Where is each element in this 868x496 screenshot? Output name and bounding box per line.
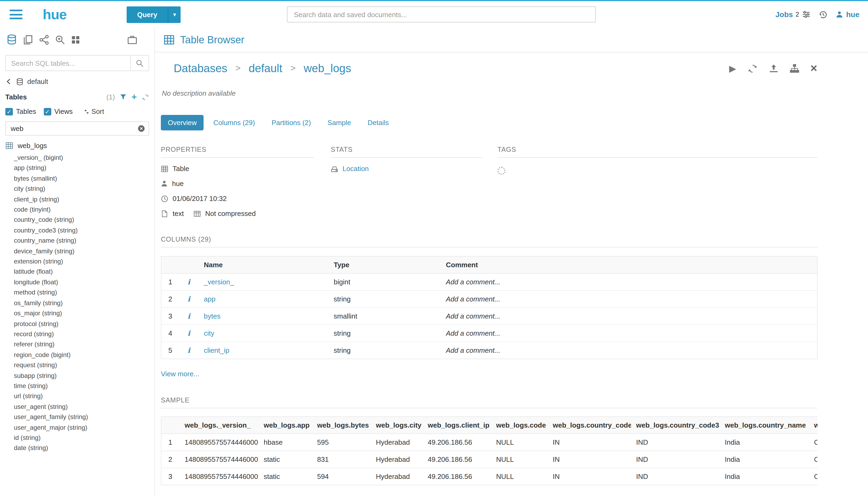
sidebar-column-item[interactable]: user_agent (string) xyxy=(14,402,152,412)
clear-filter-icon[interactable] xyxy=(137,125,145,133)
sidebar-column-item[interactable]: extension (string) xyxy=(14,257,152,267)
sidebar-column-item[interactable]: protocol (string) xyxy=(14,319,152,329)
sidebar-column-item[interactable]: user_agent_family (string) xyxy=(14,412,152,422)
breadcrumb-item-default[interactable]: default xyxy=(249,62,282,75)
columns-section-header: COLUMNS (29) xyxy=(161,236,817,247)
sidebar-column-item[interactable]: longitude (float) xyxy=(14,277,152,288)
view-more-link[interactable]: View more... xyxy=(161,370,199,378)
column-name-link[interactable]: _version_ xyxy=(204,278,234,286)
hue-logo[interactable]: hue xyxy=(43,6,66,23)
info-icon[interactable]: i xyxy=(188,312,190,320)
column-comment[interactable]: Add a comment... xyxy=(441,342,817,359)
sidebar-column-item[interactable]: city (string) xyxy=(14,184,152,194)
sidebar-column-item[interactable]: date (string) xyxy=(14,443,152,454)
sample-cell: O xyxy=(809,451,817,468)
sliders-icon[interactable] xyxy=(802,10,810,19)
sidebar-column-item[interactable]: region_code (bigint) xyxy=(14,350,152,360)
info-icon[interactable]: i xyxy=(188,346,190,354)
table-description[interactable]: No description available xyxy=(162,89,817,97)
jobs-link[interactable]: Jobs 2 xyxy=(775,10,810,19)
query-button-group: Query ▾ xyxy=(126,6,180,23)
sidebar-column-item[interactable]: os_family (string) xyxy=(14,298,152,308)
sidebar-column-item[interactable]: country_code3 (string) xyxy=(14,226,152,236)
close-icon[interactable]: × xyxy=(810,63,817,74)
column-name-cell: app xyxy=(199,291,328,308)
query-button[interactable]: Query xyxy=(126,6,168,23)
sidebar-column-item[interactable]: url (string) xyxy=(14,391,152,402)
database-name: default xyxy=(27,78,48,86)
info-cell: i xyxy=(179,308,199,325)
history-icon[interactable] xyxy=(818,10,827,19)
refresh-icon[interactable] xyxy=(747,63,757,74)
documents-icon[interactable] xyxy=(23,34,33,45)
breadcrumb-item-web_logs[interactable]: web_logs xyxy=(304,62,351,75)
sort-toggle[interactable]: Sort xyxy=(83,107,104,115)
tab-details[interactable]: Details xyxy=(361,115,396,130)
row-number: 4 xyxy=(161,325,179,342)
global-search-input[interactable] xyxy=(287,6,596,22)
sidebar-column-item[interactable]: id (string) xyxy=(14,433,152,443)
info-icon[interactable]: i xyxy=(188,329,190,337)
tab-columns-29[interactable]: Columns (29) xyxy=(206,115,262,130)
sidebar-column-item[interactable]: _version_ (bigint) xyxy=(14,153,152,163)
database-breadcrumb[interactable]: default xyxy=(0,71,154,89)
tab-partitions-2[interactable]: Partitions (2) xyxy=(265,115,318,130)
column-comment[interactable]: Add a comment... xyxy=(441,274,817,291)
sidebar-column-item[interactable]: latitude (float) xyxy=(14,267,152,277)
briefcase-icon[interactable] xyxy=(127,34,137,45)
views-checkbox[interactable]: ✓ xyxy=(44,108,51,115)
user-menu[interactable]: hue xyxy=(835,10,859,19)
sidebar-column-item[interactable]: code (tinyint) xyxy=(14,205,152,215)
upload-icon[interactable] xyxy=(769,64,778,73)
sample-column-header: web_logs.bytes xyxy=(312,417,370,434)
sidebar-column-item[interactable]: record (string) xyxy=(14,329,152,340)
sidebar-column-item[interactable]: request (string) xyxy=(14,360,152,371)
info-icon[interactable]: i xyxy=(188,295,190,303)
query-table-icon[interactable]: ▶ xyxy=(729,63,736,74)
sidebar-column-item[interactable]: bytes (smallint) xyxy=(14,174,152,184)
column-name-link[interactable]: client_ip xyxy=(204,346,229,354)
sidebar-column-item[interactable]: os_major (string) xyxy=(14,308,152,319)
tab-sample[interactable]: Sample xyxy=(320,115,358,130)
add-table-icon[interactable]: + xyxy=(131,92,137,102)
column-name-link[interactable]: city xyxy=(204,329,214,337)
apps-grid-icon[interactable] xyxy=(71,35,80,44)
tables-checkbox[interactable]: ✓ xyxy=(5,108,13,115)
hamburger-menu-icon[interactable] xyxy=(10,10,22,19)
sidebar-table-web-logs[interactable]: web_logs xyxy=(0,137,154,151)
search-plus-icon[interactable] xyxy=(55,34,65,45)
sample-table-wrap: web_logs._version_web_logs.appweb_logs.b… xyxy=(161,416,817,485)
lineage-sitemap-icon[interactable] xyxy=(789,64,799,73)
location-link[interactable]: Location xyxy=(343,165,369,173)
breadcrumb-item-Databases[interactable]: Databases xyxy=(174,62,227,75)
column-name-link[interactable]: bytes xyxy=(204,312,220,320)
column-comment[interactable]: Add a comment... xyxy=(441,325,817,342)
table-name-filter-input[interactable] xyxy=(5,121,149,136)
info-icon[interactable]: i xyxy=(188,278,190,286)
sql-table-search-button[interactable] xyxy=(131,55,149,71)
filter-funnel-icon[interactable] xyxy=(120,94,127,100)
column-comment[interactable]: Add a comment... xyxy=(441,308,817,325)
sidebar-column-item[interactable]: user_agent_major (string) xyxy=(14,422,152,433)
sidebar-column-item[interactable]: country_code (string) xyxy=(14,215,152,226)
sidebar-column-item[interactable]: referer (string) xyxy=(14,340,152,350)
columns-header-blank xyxy=(179,256,199,274)
sidebar-column-item[interactable]: subapp (string) xyxy=(14,371,152,381)
sample-column-header: web_logs.client_ip xyxy=(422,417,491,434)
sidebar-column-item[interactable]: method (string) xyxy=(14,288,152,298)
sidebar-column-item[interactable]: app (string) xyxy=(14,163,152,174)
tab-overview[interactable]: Overview xyxy=(161,115,204,130)
sidebar-column-item[interactable]: time (string) xyxy=(14,381,152,391)
refresh-tables-icon[interactable] xyxy=(142,93,149,101)
column-comment[interactable]: Add a comment... xyxy=(441,291,817,308)
sql-assist-icon[interactable] xyxy=(6,34,17,45)
sidebar-column-item[interactable]: client_ip (string) xyxy=(14,194,152,205)
sample-cell: 1480895575574446000 xyxy=(179,468,258,485)
sidebar-column-item[interactable]: country_name (string) xyxy=(14,236,152,246)
share-icon[interactable] xyxy=(39,34,49,45)
created-value: 01/06/2017 10:32 xyxy=(173,195,226,203)
column-name-link[interactable]: app xyxy=(204,295,215,303)
sql-table-search-input[interactable] xyxy=(5,55,131,71)
sidebar-column-item[interactable]: device_family (string) xyxy=(14,246,152,257)
query-dropdown-caret[interactable]: ▾ xyxy=(168,6,181,23)
